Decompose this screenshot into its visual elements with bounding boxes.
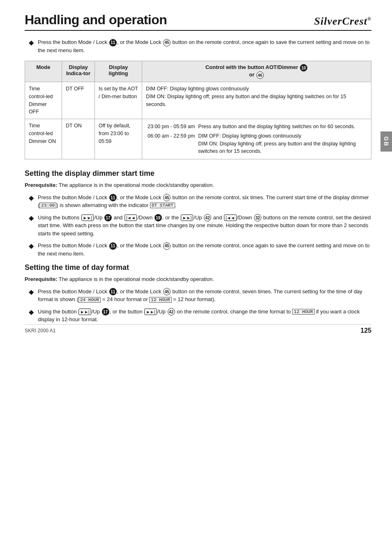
time-desc-1: Press any button and the display lightin… <box>196 122 367 131</box>
page: Handling and operation SilverCrest® ◆ Pr… <box>0 0 392 344</box>
time-range-1: 23:00 pm - 05:59 am <box>146 122 196 131</box>
badge-45: 45 <box>163 242 171 250</box>
display-12-hour: 12 HOUR <box>149 297 171 303</box>
section-dimmer-start-time: Setting the display dimmer start time Pr… <box>25 169 371 258</box>
bullet-diamond-icon: ◆ <box>29 242 34 258</box>
display-24-hour: 24 HOUR <box>78 297 101 303</box>
section1-bullet1: ◆ Press the button Mode / Lock 11, or th… <box>25 193 371 209</box>
mode-table: Mode Display Indica-tor Display lighting… <box>25 61 371 159</box>
btn-bwd2-icon: |◄◄ <box>224 214 236 221</box>
table-cell-lighting2: Off by default, from 23:00 to 05:59 <box>95 119 142 159</box>
btn-fwd2-icon: ►►| <box>144 308 157 315</box>
section1-heading: Setting the display dimmer start time <box>25 169 371 178</box>
section2-bullet2-text: Using the button ►►|/Up 17, or the butto… <box>38 308 371 324</box>
time-range-2: 06:00 am - 22:59 pm <box>146 131 196 156</box>
intro-bullet-text: Press the button Mode / Lock 11, or the … <box>38 38 371 54</box>
badge-46: 46 <box>256 71 264 79</box>
table-row: Time control-led Dimmer OFF DT OFF Is se… <box>25 82 371 119</box>
page-footer: SKRI 2000 A1 125 <box>25 324 371 334</box>
time-row: 23:00 pm - 05:59 am Press any button and… <box>146 122 367 131</box>
table-cell-indicator2: DT ON <box>62 119 95 159</box>
page-title: Handling and operation <box>25 12 167 28</box>
btn-fwd2-icon: ►►| <box>181 214 193 221</box>
bullet-diamond-icon: ◆ <box>29 214 34 238</box>
bullet-diamond-icon: ◆ <box>29 194 34 209</box>
section2-bullet1: ◆ Press the button Mode / Lock 11, or th… <box>25 288 371 304</box>
badge-45: 45 <box>163 39 171 46</box>
intro-bullet-item: ◆ Press the button Mode / Lock 11, or th… <box>25 38 371 54</box>
table-cell-control2: 23:00 pm - 05:59 am Press any button and… <box>142 119 371 159</box>
section1-bullet2: ◆ Using the buttons ►►|/Up 17 and |◄◄/Do… <box>25 214 371 238</box>
display-dt-start: DT START <box>150 203 175 208</box>
section1-bullet3: ◆ Press the button Mode / Lock 11, or th… <box>25 242 371 258</box>
bullet-diamond-icon: ◆ <box>29 308 34 324</box>
section1-bullet1-text: Press the button Mode / Lock 11, or the … <box>38 193 371 209</box>
section2-bullet1-text: Press the button Mode / Lock 11, or the … <box>38 288 371 304</box>
badge-45: 45 <box>163 288 171 295</box>
section2-bullet2: ◆ Using the button ►►|/Up 17, or the but… <box>25 308 371 324</box>
badge-42: 42 <box>168 308 175 315</box>
page-header: Handling and operation SilverCrest® <box>25 12 371 31</box>
btn-bwd-icon: |◄◄ <box>125 214 137 221</box>
table-header-indicator: Display Indica-tor <box>62 61 95 82</box>
badge-11: 11 <box>109 242 117 250</box>
table-cell-mode2: Time control-led Dimmer ON <box>25 119 62 159</box>
section-time-of-day-format: Setting the time of day format Prerequis… <box>25 263 371 324</box>
btn-fwd-icon: ►►| <box>81 214 94 221</box>
table-cell-lighting1: Is set by the AOT / Dim-mer button <box>95 82 142 119</box>
badge-32: 32 <box>254 214 261 221</box>
badge-17: 17 <box>104 214 112 221</box>
section1-bullet2-text: Using the buttons ►►|/Up 17 and |◄◄/Down… <box>38 214 371 238</box>
section2-prerequisite: Prerequisite: The appliance is in the op… <box>25 275 371 283</box>
section2-heading: Setting the time of day format <box>25 263 371 272</box>
table-header-control: Control with the button AOT/Dimmer 10 or… <box>142 61 371 82</box>
intro-bullet-section: ◆ Press the button Mode / Lock 11, or th… <box>25 38 371 54</box>
table-cell-indicator1: DT OFF <box>62 82 95 119</box>
table-header-mode: Mode <box>25 61 62 82</box>
badge-11: 11 <box>109 194 117 201</box>
table-row: Time control-led Dimmer ON DT ON Off by … <box>25 119 371 159</box>
badge-11: 11 <box>109 288 117 295</box>
section1-bullet3-text: Press the button Mode / Lock 11, or the … <box>38 242 371 258</box>
badge-42: 42 <box>204 214 211 221</box>
table-cell-control1: DIM OFF: Display lighting glows continuo… <box>142 82 371 119</box>
bullet-diamond-icon: ◆ <box>29 39 34 54</box>
sidebar-tab: GB <box>380 131 392 152</box>
footer-page: 125 <box>360 327 371 334</box>
display-23-00: 23:00 <box>39 203 56 208</box>
time-desc-2: DIM OFF: Display lighting glows continuo… <box>196 131 367 156</box>
time-row: 06:00 am - 22:59 pm DIM OFF: Display lig… <box>146 131 367 156</box>
badge-45: 45 <box>163 194 171 201</box>
time-sub-table: 23:00 pm - 05:59 am Press any button and… <box>146 122 367 156</box>
badge-11: 11 <box>109 39 117 46</box>
brand-logo: SilverCrest® <box>314 15 371 28</box>
badge-17: 17 <box>102 308 109 315</box>
badge-10: 10 <box>300 64 307 71</box>
prerequisite-label: Prerequisite: <box>25 276 57 282</box>
table-cell-mode1: Time control-led Dimmer OFF <box>25 82 62 119</box>
badge-19: 19 <box>154 214 162 221</box>
footer-model: SKRI 2000 A1 <box>25 328 55 334</box>
prerequisite-label: Prerequisite: <box>25 182 57 188</box>
btn-fwd-icon: ►►| <box>78 308 91 315</box>
display-12-hour-2: 12 HOUR <box>292 309 314 315</box>
table-header-lighting: Display lighting <box>95 61 142 82</box>
bullet-diamond-icon: ◆ <box>29 288 34 304</box>
section1-prerequisite: Prerequisite: The appliance is in the op… <box>25 181 371 189</box>
